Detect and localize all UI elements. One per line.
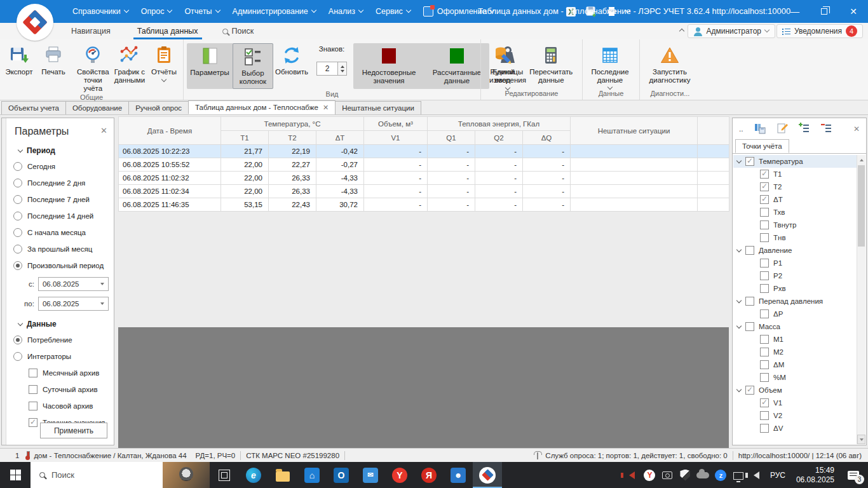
tree-item[interactable]: ΔТ <box>733 193 857 206</box>
checkbox[interactable] <box>760 208 769 217</box>
doctab-objects[interactable]: Объекты учета <box>1 101 66 114</box>
menu-opros[interactable]: Опрос <box>135 0 179 23</box>
notification-center-button[interactable]: 3 <box>841 462 865 488</box>
doctab-equipment[interactable]: Оборудование <box>65 101 129 114</box>
table-row[interactable]: 06.08.2025 10:22:23 21,77 22,19 -0,42 - … <box>119 145 729 158</box>
col-header-t2[interactable]: Т2 <box>269 131 316 145</box>
chevron-down-icon[interactable] <box>736 247 742 252</box>
last-data-button[interactable]: Последние данные <box>585 43 635 89</box>
checkbox[interactable] <box>29 385 37 394</box>
chevron-down-icon[interactable] <box>736 323 742 328</box>
checkbox[interactable] <box>745 386 754 395</box>
col-header-events[interactable]: Нештатные ситуации <box>571 117 698 145</box>
checkbox[interactable] <box>760 170 769 179</box>
reports-button[interactable]: Отчёты <box>147 43 181 81</box>
period-option[interactable]: С начала месяца <box>13 227 109 237</box>
tab-search[interactable]: Поиск <box>215 23 262 39</box>
tree-item[interactable]: Твнутр <box>733 219 857 231</box>
checkbox[interactable] <box>29 369 37 377</box>
doctab-data-table[interactable]: Таблица данных дом - Теплоснабже✕ <box>188 100 336 114</box>
tree-group[interactable]: Давление <box>733 244 857 257</box>
period-option[interactable]: Последние 14 дней <box>13 211 109 220</box>
checkbox[interactable] <box>760 335 769 344</box>
period-option[interactable]: Последние 2 дня <box>13 178 109 187</box>
col-group-temperature[interactable]: Температура, °C <box>221 117 364 131</box>
close-panel-icon[interactable]: ✕ <box>853 125 860 133</box>
table-row[interactable]: 06.08.2025 10:55:52 22,00 22,27 -0,27 - … <box>119 158 729 172</box>
radio-button[interactable] <box>13 212 22 220</box>
explorer-button[interactable] <box>268 462 297 488</box>
scroll-up-icon[interactable] <box>857 155 865 165</box>
tree-item[interactable]: V1 <box>733 396 857 409</box>
doctab-manual-poll[interactable]: Ручной опрос <box>128 101 189 114</box>
camera-tray-icon[interactable] <box>660 462 675 488</box>
menu-servis[interactable]: Сервис <box>369 0 417 23</box>
people-button[interactable]: ☻ <box>444 462 473 488</box>
calculated-data-toggle-button[interactable]: Рассчитанные данные <box>424 43 489 89</box>
tree-item[interactable]: ΔМ <box>733 358 857 371</box>
onedrive-icon[interactable] <box>695 462 711 488</box>
tree-group[interactable]: Объем <box>733 384 857 396</box>
doctab-incidents[interactable]: Нештатные ситуации <box>335 101 421 114</box>
outlook-button[interactable]: O <box>327 462 356 488</box>
edit-icon[interactable] <box>776 123 788 136</box>
tree-item[interactable]: ΔV <box>733 422 857 435</box>
archive-option[interactable]: Суточный архив <box>29 384 109 394</box>
point-properties-button[interactable]: Свойства точки учёта <box>74 43 112 93</box>
scroll-down-icon[interactable] <box>857 435 865 444</box>
checkbox[interactable] <box>760 233 769 242</box>
tree-item[interactable]: М1 <box>733 333 857 346</box>
yandex-start-button[interactable]: Я <box>414 462 444 488</box>
radio-button[interactable] <box>13 336 22 344</box>
archive-option[interactable]: Месячный архив <box>29 368 109 377</box>
volume-muted-icon[interactable] <box>624 462 640 488</box>
scrollbar-thumb[interactable] <box>858 165 865 247</box>
run-diagnostics-button[interactable]: Запустить диагностику <box>642 43 698 85</box>
checkbox[interactable] <box>760 195 769 204</box>
close-button[interactable]: ✕ <box>839 0 868 23</box>
col-header-datetime[interactable]: Дата - Время <box>119 117 221 145</box>
more-button[interactable]: .. <box>739 125 743 133</box>
col-group-energy[interactable]: Тепловая энергия, ГКал <box>428 117 571 131</box>
close-tab-icon[interactable]: ✕ <box>323 104 329 112</box>
recalculate-button[interactable]: Пересчитать данные <box>522 43 580 85</box>
spin-up-icon[interactable] <box>341 65 344 68</box>
close-panel-icon[interactable]: ✕ <box>100 126 107 135</box>
tree-item[interactable]: Р2 <box>733 269 857 282</box>
tree-item[interactable]: %М <box>733 371 857 384</box>
period-option[interactable]: Сегодня <box>13 161 109 171</box>
tree-item[interactable]: Т1 <box>733 168 857 180</box>
col-header-dt[interactable]: ΔТ <box>316 131 364 145</box>
date-to-input[interactable]: 06.08.2025 <box>38 297 109 311</box>
checkbox[interactable] <box>745 157 754 166</box>
search-highlight-image[interactable] <box>163 462 210 488</box>
checkbox[interactable] <box>760 259 769 268</box>
chevron-down-icon[interactable] <box>736 386 742 391</box>
tab-measure-points[interactable]: Точки учёта <box>735 139 789 153</box>
checkbox[interactable] <box>760 424 769 433</box>
tab-navigation[interactable]: Навигация <box>64 23 118 39</box>
data-mode-option[interactable]: Потребление <box>13 335 109 344</box>
chart-with-data-button[interactable]: График с данными <box>112 43 147 85</box>
digits-value-input[interactable]: 2 <box>316 62 338 76</box>
chevron-down-icon[interactable] <box>736 158 742 163</box>
start-button[interactable] <box>0 462 31 488</box>
period-section-header[interactable]: Период <box>18 146 109 155</box>
checkbox[interactable] <box>760 182 769 191</box>
dropdown-icon[interactable] <box>100 283 104 285</box>
date-from-input[interactable]: 06.08.2025 <box>38 277 109 291</box>
maximize-button[interactable] <box>810 0 839 23</box>
volume-icon[interactable] <box>749 462 764 488</box>
minimize-button[interactable]: — <box>780 0 810 23</box>
user-account-button[interactable]: Администратор <box>688 24 775 38</box>
radio-button[interactable] <box>13 179 22 187</box>
radio-button[interactable] <box>13 245 22 254</box>
yandex-browser-button[interactable]: Y <box>385 462 414 488</box>
menu-otchety[interactable]: Отчеты <box>178 0 226 23</box>
store-button[interactable]: ⌂ <box>297 462 327 488</box>
lers-app-button[interactable] <box>473 462 502 488</box>
chevron-down-icon[interactable] <box>736 297 742 302</box>
archive-option[interactable]: Часовой архив <box>29 401 109 410</box>
tree-group[interactable]: Температура <box>733 155 857 168</box>
checkbox[interactable] <box>760 373 769 382</box>
